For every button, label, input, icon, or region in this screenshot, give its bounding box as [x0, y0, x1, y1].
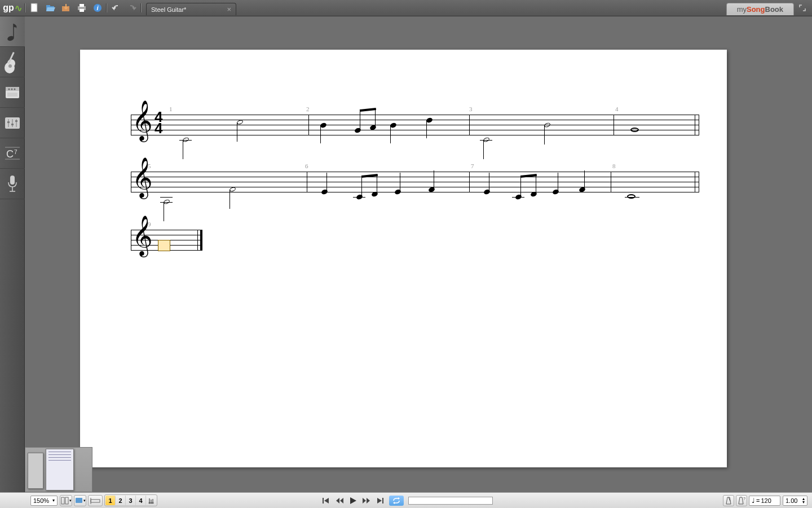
note[interactable]	[627, 194, 636, 199]
mysongbook-button[interactable]: mySongBook	[726, 3, 794, 15]
open-file-button[interactable]	[42, 1, 58, 15]
multivoice-icon	[148, 497, 154, 504]
svg-rect-38	[91, 500, 100, 502]
ledger-line	[160, 197, 173, 198]
measure-number: 1	[169, 106, 173, 112]
measure-number: 8	[612, 163, 616, 169]
staff: 𝄞 5 6 7 8	[131, 165, 699, 205]
sidebar-mastering-button[interactable]	[0, 108, 25, 138]
go-start-button[interactable]	[319, 495, 333, 506]
bottombar-right: ? ♩ = 120 1.00 ▴▾	[723, 495, 810, 506]
svg-rect-26	[11, 124, 14, 125]
measure-number: 4	[615, 106, 619, 112]
thumbnail-page[interactable]	[28, 453, 43, 489]
stem	[390, 125, 391, 143]
svg-rect-2	[46, 5, 50, 7]
rewind-icon	[335, 497, 344, 505]
view-screen-button[interactable]: ▾	[74, 495, 86, 506]
amp-icon	[5, 85, 20, 100]
edit-cursor[interactable]	[158, 240, 170, 251]
ledger-line	[625, 197, 639, 198]
loop-icon	[392, 497, 401, 504]
thumbnail-stack	[38, 449, 89, 490]
stem	[489, 173, 489, 191]
thumbnail-page-current[interactable]	[46, 449, 74, 491]
dropdown-icon: ▾	[83, 498, 86, 503]
staff: 𝄞 44 1 2 3 4	[131, 108, 699, 148]
voice-2-button[interactable]: 2	[116, 496, 126, 505]
print-button[interactable]	[74, 1, 90, 15]
redo-button[interactable]	[124, 1, 140, 15]
page-thumbnails[interactable]	[25, 447, 92, 492]
svg-rect-6	[80, 9, 84, 12]
new-file-icon	[29, 3, 39, 13]
go-end-button[interactable]	[373, 495, 387, 506]
svg-rect-20	[7, 93, 17, 97]
stem	[164, 202, 164, 221]
countdown-button[interactable]: ?	[736, 495, 747, 506]
voice-1-button[interactable]: 1	[105, 496, 116, 505]
loop-button[interactable]	[389, 496, 404, 506]
info-button[interactable]: i	[90, 1, 105, 15]
voice-3-button[interactable]: 3	[126, 496, 136, 505]
expand-icon	[799, 5, 806, 11]
measure-number: 5	[148, 163, 151, 169]
barline	[469, 172, 470, 192]
undo-button[interactable]	[108, 1, 124, 15]
svg-rect-36	[65, 497, 68, 504]
svg-point-13	[8, 64, 12, 68]
speed-field[interactable]: 1.00 ▴▾	[783, 496, 807, 506]
left-sidebar: C7	[0, 16, 25, 492]
save-file-icon	[61, 3, 71, 13]
sidebar-effects-button[interactable]	[0, 77, 25, 108]
voice-4-button[interactable]: 4	[136, 496, 146, 505]
new-file-button[interactable]	[27, 1, 42, 15]
app-logo[interactable]: gp∿	[1, 1, 24, 15]
metronome-icon	[725, 496, 732, 505]
document-tab[interactable]: Steel Guitar* ×	[146, 3, 236, 15]
metronome-button[interactable]	[723, 495, 734, 506]
multitrack-button[interactable]	[88, 495, 103, 506]
svg-rect-27	[15, 120, 17, 122]
forward-icon	[362, 497, 371, 505]
stem	[520, 177, 521, 196]
logo-g: g	[3, 3, 8, 13]
rewind-button[interactable]	[333, 495, 346, 506]
stem	[361, 177, 362, 196]
stem	[584, 170, 585, 189]
view-page-button[interactable]: ▾	[60, 495, 72, 506]
forward-button[interactable]	[360, 495, 373, 506]
svg-rect-35	[61, 497, 64, 504]
transport-controls	[319, 495, 493, 506]
fullscreen-button[interactable]	[796, 5, 809, 11]
guitar-icon	[3, 50, 22, 75]
save-file-button[interactable]	[58, 1, 74, 15]
staff: 𝄞 9	[131, 223, 204, 264]
stem	[320, 125, 321, 143]
staff-system-2: 𝄞 5 6 7 8	[131, 165, 699, 205]
speed-value: 1.00	[785, 497, 797, 504]
sidebar-instrument-button[interactable]	[0, 47, 25, 77]
score-viewport[interactable]: 𝄞 44 1 2 3 4	[25, 16, 812, 492]
playback-progress[interactable]	[408, 497, 493, 505]
voice-all-button[interactable]	[146, 496, 156, 505]
beam	[360, 108, 376, 112]
sidebar-edition-button[interactable]	[0, 16, 25, 47]
measure-number: 2	[306, 106, 310, 112]
sidebar-chords-button[interactable]: C7	[0, 138, 25, 169]
barline	[699, 115, 699, 135]
note[interactable]	[630, 128, 639, 132]
svg-point-42	[152, 502, 154, 503]
svg-text:?: ?	[743, 497, 745, 501]
tempo-field[interactable]: ♩ = 120	[749, 496, 780, 506]
svg-point-19	[14, 88, 16, 90]
bottom-toolbar: 150% ▾ ▾ ▾ 1 2 3 4 ? ♩	[0, 492, 812, 508]
svg-rect-44	[382, 498, 383, 503]
svg-rect-5	[80, 4, 84, 7]
zoom-select[interactable]: 150% ▾	[30, 496, 58, 506]
tab-close-button[interactable]: ×	[227, 5, 231, 14]
stem	[375, 110, 376, 127]
sidebar-lyrics-button[interactable]	[0, 169, 25, 199]
play-button[interactable]	[346, 495, 360, 506]
staff-system-3: 𝄞 9	[131, 223, 204, 264]
